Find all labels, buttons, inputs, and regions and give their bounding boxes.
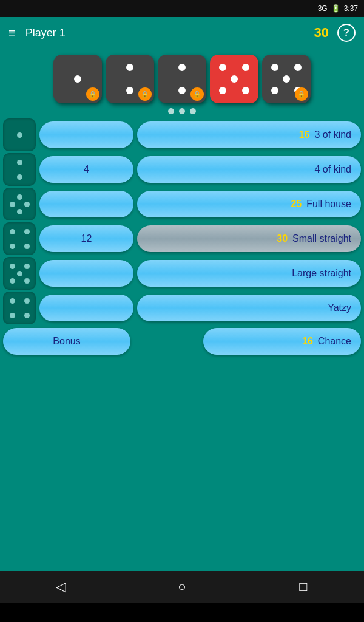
lock-badge-2: 🔒 (138, 87, 152, 101)
score-row-fullhouse: 25 Full house (3, 188, 361, 220)
category-largestraight[interactable]: Large straight (137, 260, 361, 287)
die-icon-3ofkind (3, 118, 36, 151)
score-value-yatzy[interactable] (39, 295, 133, 321)
die-icon-smallstraight (3, 222, 36, 255)
battery-icon: 🔋 (331, 4, 340, 13)
cat-value-chance: 16 (302, 336, 313, 347)
back-button[interactable]: ◁ (46, 572, 76, 602)
score-row-yatzy: Yatzy (3, 292, 361, 324)
indicator-dot-3 (190, 108, 196, 114)
die-4[interactable] (210, 55, 258, 103)
player-title: Player 1 (25, 27, 314, 39)
die-3[interactable]: 🔒 (158, 55, 206, 103)
help-button[interactable]: ? (337, 24, 356, 42)
score-row-3ofkind: 16 3 of kind (3, 119, 361, 151)
score-value-fullhouse[interactable] (39, 191, 133, 217)
score-value-largestraight[interactable] (39, 260, 133, 287)
die-icon-largestraight (3, 257, 36, 290)
die-2[interactable]: 🔒 (106, 55, 154, 103)
menu-icon[interactable]: ≡ (8, 26, 16, 40)
lock-badge-5: 🔒 (295, 87, 308, 101)
cat-value-smallstraight: 30 (277, 233, 288, 244)
bonus-label: Bonus (53, 336, 80, 347)
score-value-smallstraight[interactable]: 12 (39, 225, 133, 252)
cat-label-4ofkind: 4 of kind (315, 164, 351, 175)
die-1[interactable]: 🔒 (53, 55, 102, 103)
lock-badge-1: 🔒 (86, 87, 99, 101)
cat-label-3ofkind: 3 of kind (315, 129, 351, 140)
indicator-dot-2 (179, 108, 185, 114)
score-value-3ofkind[interactable] (39, 121, 133, 148)
category-4ofkind[interactable]: 4 of kind (137, 156, 361, 183)
score-val-4ofkind: 4 (84, 164, 89, 175)
die-icon-yatzy (3, 292, 36, 324)
top-bar: ≡ Player 1 30 ? (0, 17, 364, 49)
cat-value-fullhouse: 25 (291, 199, 302, 210)
die-5[interactable]: 🔒 (262, 55, 311, 103)
category-smallstraight[interactable]: 30 Small straight (137, 225, 361, 252)
cat-label-chance: Chance (318, 336, 351, 347)
score-row-smallstraight: 12 30 Small straight (3, 223, 361, 255)
lock-badge-3: 🔒 (190, 87, 204, 101)
home-button[interactable]: ○ (167, 572, 197, 602)
cat-label-fullhouse: Full house (306, 199, 351, 210)
score-value-4ofkind[interactable]: 4 (39, 156, 133, 183)
recents-button[interactable]: □ (288, 572, 318, 602)
category-3ofkind[interactable]: 16 3 of kind (137, 121, 361, 148)
category-chance[interactable]: 16 Chance (203, 328, 361, 355)
bottom-nav: ◁ ○ □ (0, 571, 364, 603)
die-icon-4ofkind (3, 153, 36, 186)
bonus-box[interactable]: Bonus (3, 328, 130, 355)
score-table: 16 3 of kind 4 4 of kind (3, 119, 361, 566)
category-fullhouse[interactable]: 25 Full house (137, 191, 361, 217)
cat-label-yatzy: Yatzy (328, 302, 351, 313)
bonus-chance-row: Bonus 16 Chance (3, 328, 361, 355)
score-row-4ofkind: 4 4 of kind (3, 154, 361, 185)
cat-label-largestraight: Large straight (292, 268, 351, 279)
cat-label-smallstraight: Small straight (292, 233, 351, 244)
dice-row: 🔒 🔒 🔒 (53, 55, 311, 103)
signal-icon: 3G (318, 4, 328, 13)
game-area: 🔒 🔒 🔒 (0, 49, 364, 571)
category-yatzy[interactable]: Yatzy (137, 295, 361, 321)
dots-indicator (168, 108, 196, 114)
die-icon-fullhouse (3, 188, 36, 220)
status-bar: 3G 🔋 3:37 (0, 0, 364, 17)
score-val-smallstraight: 12 (81, 233, 92, 244)
score-display: 30 (314, 25, 329, 41)
indicator-dot-1 (168, 108, 174, 114)
cat-value-3ofkind: 16 (299, 129, 310, 140)
time-display: 3:37 (344, 4, 358, 13)
score-row-largestraight: Large straight (3, 258, 361, 289)
